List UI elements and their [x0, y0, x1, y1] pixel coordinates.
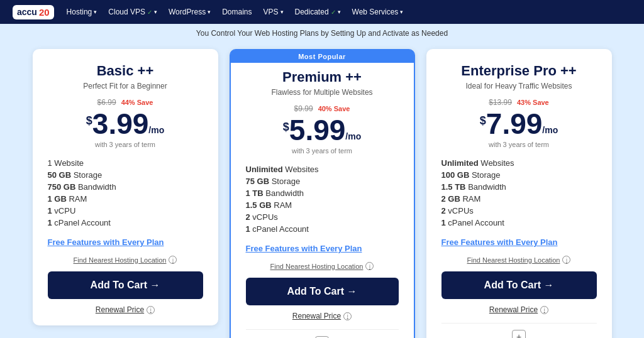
- hosting-location-premium[interactable]: Find Nearest Hosting Location i: [246, 262, 399, 270]
- expand-btn-enterprise[interactable]: +: [512, 330, 526, 338]
- price-dollar-basic: $: [86, 114, 92, 128]
- feature-item: Unlimited Websites: [246, 163, 399, 175]
- feature-item: 1.5 GB RAM: [246, 199, 399, 211]
- plan-subtitle-basic: Perfect Fit for a Beginner: [48, 82, 203, 90]
- popular-badge: Most Popular: [231, 50, 414, 63]
- price-dollar-enterprise: $: [480, 114, 486, 128]
- price-term-premium: with 3 years of term: [246, 147, 399, 155]
- hosting-location-basic[interactable]: Find Nearest Hosting Location i: [48, 256, 203, 264]
- feature-item: 1 GB RAM: [48, 193, 203, 205]
- feature-item: 2 vCPUs: [246, 211, 399, 223]
- price-mo-enterprise: /mo: [542, 125, 558, 135]
- nav-item-cloudvps[interactable]: Cloud VPS ✓ ▾: [108, 8, 157, 16]
- renewal-info-icon-basic[interactable]: i: [147, 306, 155, 314]
- price-term-enterprise: with 3 years of term: [441, 141, 597, 148]
- feature-item: 100 GB Storage: [441, 169, 597, 181]
- price-term-basic: with 3 years of term: [48, 141, 203, 148]
- feature-item: 1 cPanel Account: [441, 217, 597, 229]
- feature-item: 1 cPanel Account: [48, 217, 203, 229]
- plan-card-basic: Basic ++ Perfect Fit for a Beginner $6.9…: [33, 49, 218, 325]
- plan-card-enterprise: Enterprise Pro ++ Ideal for Heavy Traffi…: [426, 49, 612, 338]
- plan-subtitle-enterprise: Ideal for Heavy Traffic Websites: [441, 82, 597, 90]
- price-amount-enterprise: 7.99: [486, 109, 543, 138]
- features-list-basic: 1 Website50 GB Storage750 GB Bandwidth1 …: [48, 157, 203, 229]
- extras-section-enterprise: + Free CDN New i Free Premium SSL New: [441, 323, 597, 338]
- nav-item-webservices[interactable]: Web Services ▾: [352, 8, 404, 16]
- renewal-price-enterprise[interactable]: Renewal Price i: [441, 305, 597, 314]
- free-features-link-premium[interactable]: Free Features with Every Plan: [246, 244, 399, 253]
- pricing-section: Basic ++ Perfect Fit for a Beginner $6.9…: [0, 43, 644, 338]
- renewal-price-premium[interactable]: Renewal Price i: [246, 312, 399, 320]
- nav-item-domains[interactable]: Domains: [222, 8, 252, 16]
- pricing-row-basic: $6.99 44% Save: [48, 98, 203, 107]
- renewal-info-icon-enterprise[interactable]: i: [540, 306, 548, 314]
- nav-item-hosting[interactable]: Hosting ▾: [67, 8, 97, 16]
- nav-item-dedicated[interactable]: Dedicated ✓ ▾: [295, 8, 341, 16]
- hosting-info-icon-premium[interactable]: i: [365, 262, 374, 270]
- plan-title-basic: Basic ++: [48, 63, 203, 79]
- save-badge-basic: 44% Save: [121, 99, 153, 106]
- feature-item: 50 GB Storage: [48, 169, 203, 181]
- price-dollar-premium: $: [283, 121, 289, 134]
- features-list-premium: Unlimited Websites75 GB Storage1 TB Band…: [246, 163, 399, 235]
- add-to-cart-btn-basic[interactable]: Add To Cart →: [48, 271, 203, 299]
- add-to-cart-btn-enterprise[interactable]: Add To Cart →: [441, 271, 597, 299]
- feature-item: Unlimited Websites: [441, 157, 597, 169]
- price-amount-premium: 5.99: [289, 116, 346, 144]
- feature-item: 75 GB Storage: [246, 175, 399, 187]
- hosting-info-icon-enterprise[interactable]: i: [562, 256, 570, 264]
- renewal-price-basic[interactable]: Renewal Price i: [48, 305, 203, 314]
- add-to-cart-btn-premium[interactable]: Add To Cart →: [246, 278, 399, 305]
- logo-text: accu: [17, 7, 37, 17]
- original-price-basic: $6.99: [97, 98, 116, 107]
- free-features-link-basic[interactable]: Free Features with Every Plan: [48, 237, 203, 247]
- hosting-info-icon-basic[interactable]: i: [169, 256, 177, 264]
- features-list-enterprise: Unlimited Websites100 GB Storage1.5 TB B…: [441, 157, 597, 229]
- logo-num: 20: [39, 7, 50, 18]
- main-price-row-premium: $ 5.99 /mo: [246, 116, 399, 144]
- logo[interactable]: accu 20: [13, 5, 54, 19]
- price-mo-premium: /mo: [345, 131, 361, 141]
- plan-title-premium: Premium ++: [246, 69, 399, 85]
- feature-item: 2 vCPUs: [441, 205, 597, 217]
- feature-item: 1 Website: [48, 157, 203, 169]
- original-price-enterprise: $13.99: [489, 98, 512, 107]
- extras-section-premium: + Free CDN New i Free Premium SSL New: [246, 329, 399, 338]
- feature-item: 2 GB RAM: [441, 193, 597, 205]
- pricing-row-enterprise: $13.99 43% Save: [441, 98, 597, 107]
- feature-item: 1 vCPU: [48, 205, 203, 217]
- navbar: accu 20 Hosting ▾ Cloud VPS ✓ ▾ WordPres…: [0, 0, 644, 24]
- feature-item: 1 TB Bandwidth: [246, 187, 399, 199]
- save-badge-premium: 40% Save: [318, 105, 350, 112]
- save-badge-enterprise: 43% Save: [517, 99, 549, 106]
- hosting-location-enterprise[interactable]: Find Nearest Hosting Location i: [441, 256, 597, 264]
- nav-item-vps[interactable]: VPS ▾: [264, 8, 284, 16]
- feature-item: 750 GB Bandwidth: [48, 181, 203, 193]
- main-price-row-basic: $ 3.99 /mo: [48, 109, 203, 138]
- original-price-premium: $9.99: [294, 104, 313, 113]
- subtitle-text: You Control Your Web Hosting Plans by Se…: [196, 29, 448, 38]
- free-features-link-enterprise[interactable]: Free Features with Every Plan: [441, 237, 597, 247]
- feature-item: 1.5 TB Bandwidth: [441, 181, 597, 193]
- feature-item: 1 cPanel Account: [246, 223, 399, 235]
- price-mo-basic: /mo: [148, 125, 164, 135]
- main-price-row-enterprise: $ 7.99 /mo: [441, 109, 597, 138]
- plan-title-enterprise: Enterprise Pro ++: [441, 63, 597, 79]
- subtitle-bar: You Control Your Web Hosting Plans by Se…: [0, 24, 644, 43]
- renewal-info-icon-premium[interactable]: i: [343, 312, 352, 320]
- nav-links: Hosting ▾ Cloud VPS ✓ ▾ WordPress ▾ Doma…: [67, 8, 404, 16]
- nav-item-wordpress[interactable]: WordPress ▾: [169, 8, 211, 16]
- price-amount-basic: 3.99: [92, 109, 149, 138]
- pricing-row-premium: $9.99 40% Save: [246, 104, 399, 113]
- plan-card-premium: Most Popular Premium ++ Flawless for Mul…: [230, 49, 415, 338]
- plan-subtitle-premium: Flawless for Multiple Websites: [246, 88, 399, 97]
